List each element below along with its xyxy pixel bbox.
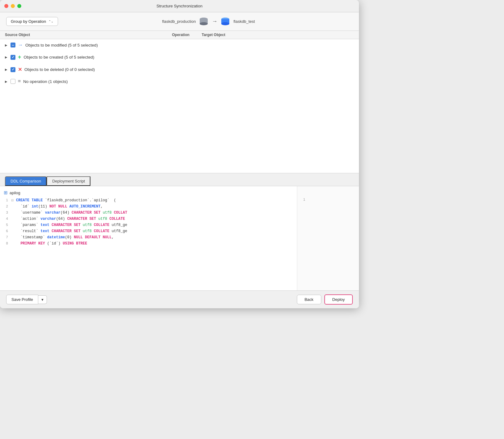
list-item[interactable]: ▶ ✓ + Objects to be created (5 of 5 sele…: [0, 51, 359, 64]
chevron-up-down-icon: ⌃⌄: [48, 20, 53, 23]
col-operation-header: Operation: [162, 33, 199, 37]
expand-arrow-icon: ▶: [5, 68, 7, 71]
expand-arrow-icon: ▶: [5, 43, 7, 47]
ddl-code-panel[interactable]: ⊞ apilog 1 ⊟ CREATE TABLE `flaskdb_produ…: [0, 186, 297, 290]
code-line: 3 `username` varchar(64) CHARACTER SET u…: [0, 210, 297, 216]
expand-arrow-icon: ▶: [5, 55, 7, 59]
save-profile-group: Save Profile ▼: [6, 295, 47, 304]
save-profile-dropdown-button[interactable]: ▼: [38, 295, 47, 304]
col-source-header: Source Object: [0, 33, 162, 37]
tab-bar: DDL Comparison Deployment Script: [0, 173, 359, 186]
main-content: Source Object Operation Target Object ▶ …: [0, 31, 359, 290]
create-op-icon: +: [18, 54, 21, 60]
svg-point-9: [221, 22, 229, 25]
checkbox-delete[interactable]: ✓: [10, 67, 15, 72]
svg-point-4: [200, 22, 208, 25]
toolbar: Group by Operation ⌃⌄ flaskdb_production…: [0, 12, 359, 31]
deployment-target-panel: 1: [297, 186, 359, 290]
group-by-label: Group by Operation: [11, 19, 46, 24]
deploy-button[interactable]: Deploy: [324, 294, 353, 305]
group-by-button[interactable]: Group by Operation ⌃⌄: [6, 17, 58, 26]
checkbox-modify[interactable]: −: [10, 43, 15, 47]
target-db-icon: [220, 17, 230, 26]
source-db-icon: [199, 17, 209, 26]
delete-group-label: Objects to be deleted (0 of 0 selected): [24, 67, 95, 72]
table-label: ⊞ apilog: [0, 189, 297, 198]
noop-group-label: No operation (1 objects): [23, 79, 68, 84]
delete-op-icon: ✕: [18, 67, 22, 72]
checkbox-create[interactable]: ✓: [10, 55, 15, 60]
code-line: 2 `id` int(11) NOT NULL AUTO_INCREMENT,: [0, 204, 297, 210]
code-line: 7 `timestamp` datetime(0) NULL DEFAULT N…: [0, 235, 297, 241]
table-name: apilog: [10, 191, 20, 195]
modify-group-label: Objects to be modified (5 of 5 selected): [25, 43, 98, 47]
minimize-button[interactable]: [11, 4, 15, 8]
window-controls: [4, 4, 21, 8]
bottom-panel: DDL Comparison Deployment Script ⊞ apilo…: [0, 173, 359, 290]
save-profile-button[interactable]: Save Profile: [6, 295, 38, 304]
tab-ddl-comparison[interactable]: DDL Comparison: [5, 176, 47, 186]
create-group-label: Objects to be created (5 of 5 selected): [24, 55, 94, 59]
noop-op-icon: =: [18, 79, 21, 84]
code-line: 1 ⊟ CREATE TABLE `flaskdb_production`.`a…: [0, 198, 297, 204]
list-item[interactable]: ▶ − → Objects to be modified (5 of 5 sel…: [0, 39, 359, 51]
col-target-header: Target Object: [199, 33, 359, 37]
object-list: Source Object Operation Target Object ▶ …: [0, 31, 359, 173]
chevron-down-icon: ▼: [41, 298, 44, 302]
table-icon: ⊞: [4, 190, 8, 195]
target-db-name: flaskdb_test: [233, 19, 255, 24]
window-title: Structure Synchronization: [156, 4, 202, 8]
collapse-icon[interactable]: ⊟: [11, 199, 16, 202]
modify-op-icon: →: [18, 42, 23, 48]
checkbox-noop[interactable]: [10, 79, 15, 84]
code-line: 6 `result` text CHARACTER SET utf8 COLLA…: [0, 229, 297, 235]
db-connection-display: flaskdb_production → flaskdb_test: [162, 17, 255, 26]
list-header: Source Object Operation Target Object: [0, 31, 359, 39]
code-line: 4 `action` varchar(64) CHARACTER SET utf…: [0, 216, 297, 223]
tab-deployment-script[interactable]: Deployment Script: [47, 176, 90, 186]
close-button[interactable]: [4, 4, 8, 8]
code-line: 8 PRIMARY KEY (`id`) USING BTREE: [0, 241, 297, 247]
sync-arrow-icon: →: [212, 18, 217, 25]
titlebar: Structure Synchronization: [0, 0, 359, 12]
footer: Save Profile ▼ Back Deploy: [0, 290, 359, 308]
list-item[interactable]: ▶ ✓ ✕ Objects to be deleted (0 of 0 sele…: [0, 64, 359, 76]
code-area: ⊞ apilog 1 ⊟ CREATE TABLE `flaskdb_produ…: [0, 186, 359, 290]
code-line: 5 `params` text CHARACTER SET utf8 COLLA…: [0, 223, 297, 229]
back-button[interactable]: Back: [297, 295, 321, 304]
footer-actions: Back Deploy: [297, 294, 353, 305]
list-item[interactable]: ▶ = No operation (1 objects): [0, 76, 359, 87]
expand-arrow-icon: ▶: [5, 80, 7, 83]
maximize-button[interactable]: [17, 4, 21, 8]
source-db-name: flaskdb_production: [162, 19, 196, 24]
code-line: 1: [297, 197, 359, 203]
